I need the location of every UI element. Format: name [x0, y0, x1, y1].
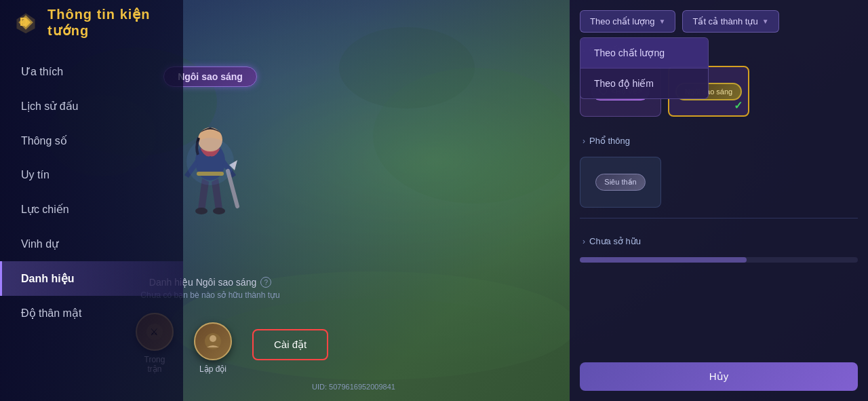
card-badge-sieu-than: Siêu thần [595, 174, 645, 191]
huy-button[interactable]: Hủy [580, 362, 858, 391]
section-pho-thong: › Phổ thông [580, 130, 858, 151]
section-arrow-chua: › [583, 237, 585, 246]
section-arrow-pho-thong: › [583, 136, 585, 146]
sidebar-item-lich-su-dau[interactable]: Lịch sử đấu [0, 89, 183, 123]
sidebar-item-uy-tin[interactable]: Uy tín [0, 158, 183, 192]
dropdown-arrow-1: ▼ [659, 18, 666, 25]
sidebar-item-thong-so[interactable]: Thông số [0, 123, 183, 158]
sidebar-item-ua-thich[interactable]: Ưa thích [0, 54, 183, 89]
uid-text: UID: 5079616952009841 [312, 383, 395, 391]
lap-doi-label: Lập đội [199, 364, 226, 374]
sidebar-item-danh-hieu[interactable]: Danh hiệu [0, 261, 183, 296]
check-mark: ✓ [734, 99, 743, 112]
cai-dat-button[interactable]: Cài đặt [252, 329, 328, 360]
page-title: Thông tin kiện tướng [47, 6, 170, 39]
info-icon[interactable]: ? [260, 277, 271, 288]
svg-text:D: D [20, 16, 28, 28]
sidebar-item-luc-chien[interactable]: Lực chiến [0, 192, 183, 227]
cards-row-pho-thong: Siêu thần [580, 157, 858, 208]
sidebar-header: D Thông tin kiện tướng [0, 0, 183, 44]
dropdown-arrow-2: ▼ [762, 18, 769, 25]
filter-quality-dropdown[interactable]: Theo chất lượng ▼ [580, 10, 675, 33]
sidebar-item-do-than-mat[interactable]: Độ thân mật [0, 296, 183, 330]
sidebar-item-vinh-du[interactable]: Vinh dự [0, 227, 183, 261]
section-header-chua: › Chưa sở hữu [580, 231, 858, 252]
svg-point-4 [373, 68, 576, 204]
section-chua-so-huu: › Chưa sở hữu [580, 218, 858, 268]
svg-point-15 [186, 138, 234, 185]
lap-doi-group: Lập đội [194, 322, 232, 374]
achievement-card-sieu-than[interactable]: Siêu thần [580, 157, 661, 208]
logo-icon: D [14, 9, 38, 36]
right-panel: Theo chất lượng ▼ Tất cả thành tựu ▼ The… [570, 0, 868, 401]
sidebar: D Thông tin kiện tướng Ưa thíchLịch sử đ… [0, 0, 183, 401]
scrollbar-thumb [580, 257, 747, 263]
filter-row: Theo chất lượng ▼ Tất cả thành tựu ▼ The… [580, 10, 858, 33]
dropdown-item-chat-luong[interactable]: Theo chất lượng [580, 38, 708, 69]
dropdown-menu: Theo chất lượng Theo độ hiếm [580, 37, 709, 99]
scrollbar-area[interactable] [580, 257, 858, 263]
lap-doi-button[interactable] [194, 322, 232, 360]
dropdown-item-do-hiem[interactable]: Theo độ hiếm [580, 69, 708, 98]
sidebar-nav: Ưa thíchLịch sử đấuThông sốUy tínLực chi… [0, 47, 183, 337]
svg-point-19 [210, 335, 216, 342]
filter-achievement-dropdown[interactable]: Tất cả thành tựu ▼ [682, 10, 778, 33]
svg-point-12 [195, 208, 208, 214]
svg-point-13 [213, 208, 225, 214]
